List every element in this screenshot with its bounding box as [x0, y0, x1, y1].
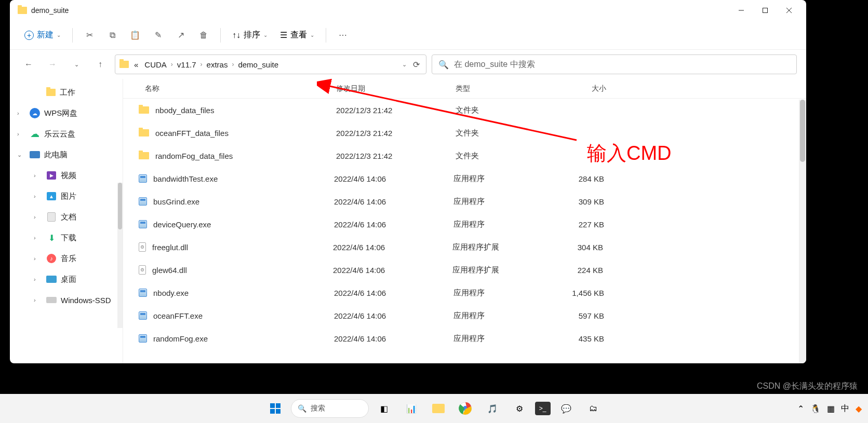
up-button[interactable]: ↑ — [91, 55, 110, 74]
svg-rect-6 — [270, 403, 275, 408]
breadcrumb-item[interactable]: extras — [205, 59, 230, 70]
close-button[interactable] — [777, 2, 801, 19]
address-bar[interactable]: « CUDA › v11.7 › extras › demo_suite ⌄ ⟳ — [115, 54, 426, 74]
tray-icon[interactable]: 🐧 — [810, 404, 821, 414]
recent-button[interactable]: ⌄ — [67, 55, 86, 74]
sort-button[interactable]: ↑↓ 排序 ⌄ — [227, 26, 273, 44]
sidebar-item[interactable]: ›桌面 — [10, 269, 123, 290]
explorer-icon[interactable] — [427, 397, 450, 420]
sidebar-item[interactable]: ›文档 — [10, 207, 123, 227]
scrollbar[interactable] — [799, 100, 806, 363]
sidebar-item-label: 此电脑 — [44, 150, 68, 160]
svg-rect-8 — [270, 409, 275, 414]
file-name: freeglut.dll — [152, 243, 333, 252]
chevron-icon: › — [17, 110, 25, 116]
file-row[interactable]: randomFog.exe2022/4/6 14:06应用程序435 KB — [123, 327, 806, 350]
sidebar-item[interactable]: 工作 — [10, 82, 123, 103]
ime-icon[interactable]: 中 — [841, 403, 849, 414]
share-icon[interactable]: ↗ — [170, 25, 191, 46]
file-row[interactable]: nbody_data_files2022/12/3 21:42文件夹 — [123, 99, 806, 121]
sidebar-item[interactable]: ›▲图片 — [10, 186, 123, 207]
app-icon[interactable]: 🗂 — [582, 397, 605, 420]
file-date: 2022/4/6 14:06 — [334, 174, 453, 183]
taskview-icon[interactable]: ◧ — [373, 397, 396, 420]
new-button[interactable]: + 新建 ⌄ — [19, 26, 66, 44]
chrome-icon[interactable] — [454, 397, 477, 420]
copy-icon[interactable]: ⧉ — [102, 25, 123, 46]
wechat-icon[interactable]: 💬 — [555, 397, 578, 420]
file-row[interactable]: deviceQuery.exe2022/4/6 14:06应用程序227 KB — [123, 213, 806, 236]
file-size: 284 KB — [547, 174, 615, 183]
breadcrumb-item[interactable]: demo_suite — [236, 59, 281, 70]
settings-icon[interactable]: ⚙ — [508, 397, 531, 420]
sidebar-item-label: 视频 — [61, 171, 76, 181]
chevron-icon: › — [34, 297, 42, 303]
breadcrumb-overflow[interactable]: « — [132, 59, 140, 70]
maximize-button[interactable] — [753, 2, 777, 19]
wps-icon: ☁ — [30, 108, 40, 118]
music-icon[interactable]: 🎵 — [481, 397, 504, 420]
file-row[interactable]: nbody.exe2022/4/6 14:06应用程序1,456 KB — [123, 281, 806, 304]
system-tray[interactable]: ⌃ 🐧 ▦ 中 ◆ — [797, 403, 862, 414]
file-name: deviceQuery.exe — [153, 220, 334, 229]
chevron-up-icon[interactable]: ⌃ — [797, 404, 804, 414]
column-name[interactable]: 名称 — [123, 84, 336, 93]
breadcrumb-item[interactable]: v11.7 — [175, 59, 198, 70]
scrollbar-thumb[interactable] — [800, 100, 805, 162]
refresh-icon[interactable]: ⟳ — [411, 58, 422, 72]
exe-icon — [139, 334, 147, 343]
file-row[interactable]: freeglut.dll2022/4/6 14:06应用程序扩展304 KB — [123, 236, 806, 258]
back-button[interactable]: ← — [19, 55, 38, 74]
delete-icon[interactable]: 🗑 — [193, 25, 214, 46]
file-row[interactable]: glew64.dll2022/4/6 14:06应用程序扩展224 KB — [123, 258, 806, 281]
file-name: busGrind.exe — [153, 197, 334, 206]
taskbar-search[interactable]: 🔍搜索 — [291, 399, 369, 418]
tray-icon[interactable]: ◆ — [856, 404, 862, 414]
file-size: 309 KB — [547, 197, 615, 206]
sidebar-item-label: 文档 — [61, 212, 76, 222]
sort-label: 排序 — [244, 30, 260, 40]
file-row[interactable]: oceanFFT_data_files2022/12/3 21:42文件夹 — [123, 121, 806, 144]
file-row[interactable]: bandwidthTest.exe2022/4/6 14:06应用程序284 K… — [123, 167, 806, 190]
scrollbar-thumb[interactable] — [118, 183, 122, 229]
music-icon: ♪ — [46, 253, 57, 264]
tray-icon[interactable]: ▦ — [827, 404, 835, 414]
forward-button[interactable]: → — [43, 55, 62, 74]
cut-icon[interactable]: ✂ — [79, 25, 100, 46]
sidebar-item[interactable]: ›♪音乐 — [10, 248, 123, 269]
sidebar-item[interactable]: ›☁WPS网盘 — [10, 103, 123, 124]
start-button[interactable] — [264, 397, 287, 420]
sidebar-item[interactable]: ›☁乐云云盘 — [10, 124, 123, 144]
chevron-down-icon[interactable]: ⌄ — [400, 59, 409, 70]
minimize-button[interactable] — [729, 2, 753, 19]
column-size[interactable]: 大小 — [549, 84, 617, 93]
sidebar-item-label: 工作 — [60, 88, 75, 98]
terminal-icon[interactable]: >_ — [535, 402, 551, 415]
file-row[interactable]: busGrind.exe2022/4/6 14:06应用程序309 KB — [123, 190, 806, 213]
sidebar-item[interactable]: ⌄此电脑 — [10, 144, 123, 165]
titlebar[interactable]: demo_suite — [10, 0, 806, 21]
file-date: 2022/4/6 14:06 — [334, 220, 453, 229]
search-input[interactable]: 🔍 在 demo_suite 中搜索 — [432, 54, 797, 74]
file-row[interactable]: oceanFFT.exe2022/4/6 14:06应用程序597 KB — [123, 304, 806, 327]
sidebar-item[interactable]: ›⬇下载 — [10, 227, 123, 248]
sidebar-item-label: 下载 — [61, 233, 76, 243]
view-button[interactable]: ☰ 查看 ⌄ — [275, 26, 319, 44]
more-icon[interactable]: ⋯ — [332, 25, 353, 46]
watermark: CSDN @长满头发的程序猿 — [757, 381, 858, 392]
sidebar-item[interactable]: ›▶视频 — [10, 165, 123, 186]
file-name: glew64.dll — [152, 266, 333, 275]
scrollbar[interactable] — [117, 183, 123, 328]
sidebar-item-label: WPS网盘 — [44, 108, 77, 118]
sidebar-item[interactable]: ›Windows-SSD — [10, 290, 123, 310]
column-type[interactable]: 类型 — [456, 84, 549, 93]
column-date[interactable]: 修改日期 — [336, 84, 456, 93]
svg-rect-7 — [276, 403, 281, 408]
file-row[interactable]: randomFog_data_files2022/12/3 21:42文件夹 — [123, 144, 806, 167]
rename-icon[interactable]: ✎ — [148, 25, 168, 46]
breadcrumb-item[interactable]: CUDA — [142, 59, 169, 70]
file-name: oceanFFT.exe — [153, 311, 334, 320]
search-placeholder: 在 demo_suite 中搜索 — [454, 59, 535, 70]
app-icon[interactable]: 📊 — [400, 397, 423, 420]
paste-icon[interactable]: 📋 — [125, 25, 145, 46]
